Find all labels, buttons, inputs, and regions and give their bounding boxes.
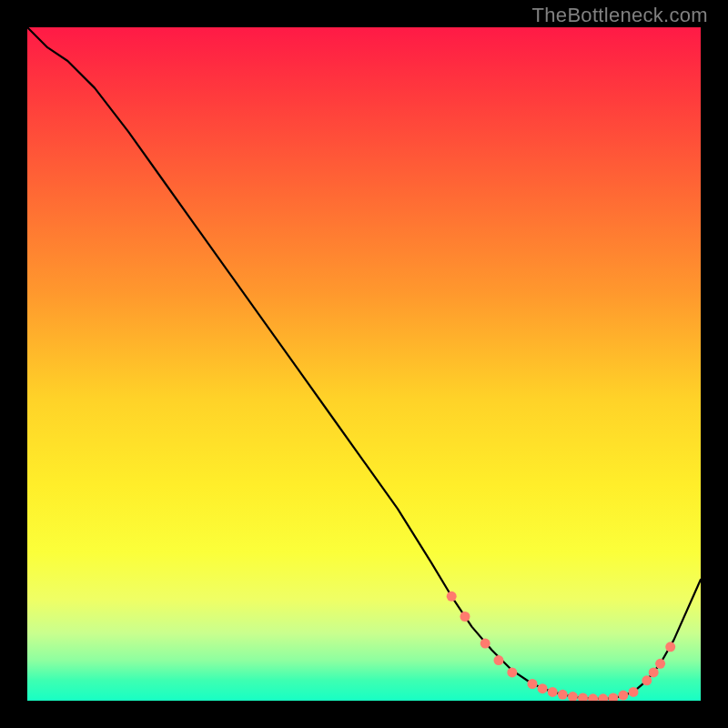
chart-frame: TheBottleneck.com — [0, 0, 728, 728]
svg-point-13 — [608, 693, 618, 702]
chart-svg — [27, 27, 701, 701]
svg-point-2 — [480, 639, 490, 649]
svg-point-7 — [548, 687, 558, 697]
svg-point-0 — [447, 592, 457, 602]
svg-point-14 — [618, 691, 628, 701]
svg-point-1 — [460, 612, 470, 622]
svg-point-12 — [598, 693, 608, 701]
svg-point-11 — [588, 693, 598, 701]
plot-area — [27, 27, 701, 701]
svg-point-8 — [558, 690, 568, 700]
svg-point-16 — [642, 675, 652, 685]
svg-point-19 — [665, 642, 675, 652]
svg-point-15 — [629, 687, 639, 697]
svg-point-4 — [507, 667, 517, 677]
svg-point-10 — [578, 693, 588, 702]
svg-point-6 — [538, 683, 548, 693]
svg-point-9 — [568, 692, 578, 701]
curve-line — [27, 27, 701, 699]
svg-point-3 — [494, 655, 504, 665]
svg-point-5 — [528, 679, 538, 689]
svg-point-18 — [655, 659, 665, 669]
watermark-text: TheBottleneck.com — [532, 4, 708, 27]
svg-point-17 — [649, 667, 659, 677]
